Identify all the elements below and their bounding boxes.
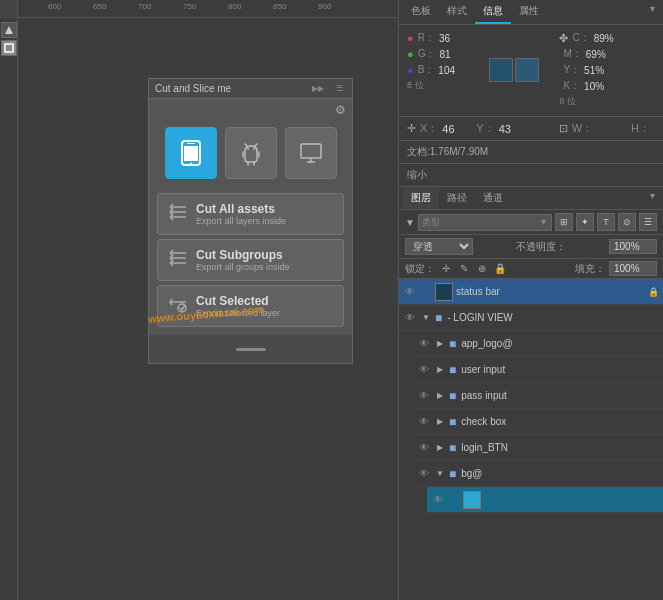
canvas-area: Cut and Slice me ▶▶ ☰ ⚙ [18, 18, 398, 600]
r-info: ● R： 36 [407, 31, 469, 45]
layer-expand-btn[interactable]: ▶ [434, 416, 446, 428]
lock-move-btn[interactable]: ⊕ [475, 262, 489, 276]
layer-visibility-btn[interactable]: 👁 [417, 389, 431, 403]
folder-icon: ■ [435, 311, 442, 325]
plugin-title: Cut and Slice me [155, 83, 231, 94]
layer-visibility-btn[interactable]: 👁 [403, 311, 417, 325]
layer-name: login_BTN [461, 442, 659, 453]
opacity-input[interactable]: 100% [609, 239, 657, 254]
cut-all-subtitle: Export all layers inside [196, 216, 286, 226]
layer-lock-icon: 🔒 [648, 287, 659, 297]
cut-subgroups-btn[interactable]: Cut Subgroups Export all groups inside [157, 239, 344, 281]
plugin-bottom [149, 335, 352, 363]
layer-item[interactable]: 👁 ▶ ■ login_BTN [413, 435, 663, 461]
scrollbar-indicator [236, 348, 266, 351]
tab-properties[interactable]: 属性 [511, 0, 547, 24]
plugin-settings-row: ⚙ [149, 99, 352, 121]
ruler-mark: 700 [138, 0, 151, 11]
layers-list: 👁 status bar 🔒 👁 ▼ ■ - LOGIN VIEW 👁 ▶ ■ … [399, 279, 663, 600]
layer-filter-bar[interactable]: 类型 ▼ [418, 214, 552, 231]
layer-tool-3[interactable]: T [597, 213, 615, 231]
b-value: 104 [438, 65, 468, 76]
tab-layers[interactable]: 图层 [403, 187, 439, 209]
layer-visibility-btn[interactable]: 👁 [417, 467, 431, 481]
settings-icon[interactable]: ⚙ [335, 103, 346, 117]
tab-color-board[interactable]: 色板 [403, 0, 439, 24]
plugin-title-bar: Cut and Slice me ▶▶ ☰ [149, 79, 352, 99]
layer-visibility-btn[interactable]: 👁 [417, 337, 431, 351]
tab-channels[interactable]: 通道 [475, 187, 511, 209]
ios-device-btn[interactable] [165, 127, 217, 179]
layer-item[interactable]: 👁 status bar 🔒 [399, 279, 663, 305]
layer-item[interactable]: 👁 ▶ ■ pass input [413, 383, 663, 409]
lock-position-btn[interactable]: ✛ [439, 262, 453, 276]
lock-draw-btn[interactable]: ✎ [457, 262, 471, 276]
svg-rect-4 [184, 146, 198, 161]
layer-expand-btn[interactable]: ▶ [434, 364, 446, 376]
layer-expand-btn[interactable] [448, 494, 460, 506]
android-device-btn[interactable] [225, 127, 277, 179]
layer-tool-4[interactable]: ⊘ [618, 213, 636, 231]
y-coord-value: 43 [499, 123, 529, 135]
info-panel-collapse[interactable]: ▼ [646, 0, 659, 24]
layers-panel-collapse[interactable]: ▼ [646, 187, 659, 209]
layer-name: check box [461, 416, 659, 427]
layer-item[interactable]: 👁 ▼ ■ - LOGIN VIEW [399, 305, 663, 331]
plugin-title-controls: ▶▶ ☰ [309, 84, 346, 93]
bit-right: 8 位 [559, 95, 613, 108]
info-tabs: 色板 样式 信息 属性 ▼ [399, 0, 663, 25]
layer-visibility-btn[interactable]: 👁 [417, 415, 431, 429]
tab-style[interactable]: 样式 [439, 0, 475, 24]
folder-icon: ■ [449, 389, 456, 403]
ruler-mark: 650 [93, 0, 106, 11]
cut-selected-btn[interactable]: Cut Selected Export selected layer [157, 285, 344, 327]
plugin-menu-btn[interactable]: ☰ [333, 84, 346, 93]
svg-line-12 [245, 144, 248, 147]
svg-point-6 [247, 148, 249, 150]
cut-all-btn[interactable]: Cut All assets Export all layers inside [157, 193, 344, 235]
c-info: ✤ C： 89% [559, 31, 613, 45]
plugin-expand-btn[interactable]: ▶▶ [309, 84, 327, 93]
layer-item[interactable]: 👁 ▶ ■ user input [413, 357, 663, 383]
layer-tool-1[interactable]: ⊞ [555, 213, 573, 231]
layer-visibility-btn[interactable]: 👁 [431, 493, 445, 507]
layer-name: - LOGIN VIEW [447, 312, 659, 323]
lock-all-btn[interactable]: 🔒 [493, 262, 507, 276]
g-info: ● G： 81 [407, 47, 469, 61]
svg-rect-3 [187, 143, 195, 144]
layer-tool-2[interactable]: ✦ [576, 213, 594, 231]
blend-mode-select[interactable]: 穿透 正常 溶解 [405, 238, 473, 255]
layer-visibility-btn[interactable]: 👁 [417, 441, 431, 455]
layer-tool-5[interactable]: ☰ [639, 213, 657, 231]
tab-paths[interactable]: 路径 [439, 187, 475, 209]
svg-marker-0 [5, 26, 13, 34]
layer-visibility-btn[interactable]: 👁 [403, 285, 417, 299]
layer-expand-btn[interactable]: ▶ [434, 442, 446, 454]
desktop-device-btn[interactable] [285, 127, 337, 179]
svg-point-5 [190, 163, 192, 165]
move-tool-btn[interactable] [1, 22, 17, 38]
device-icons-row [149, 121, 352, 189]
select-tool-btn[interactable] [1, 40, 17, 56]
layer-item[interactable]: 👁 ▼ ■ bg@ [413, 461, 663, 487]
layer-expand-btn[interactable]: ▶ [434, 338, 446, 350]
svg-rect-1 [5, 44, 13, 52]
layer-item[interactable]: 👁 ▶ ■ check box [413, 409, 663, 435]
cut-subgroups-icon [168, 248, 188, 272]
m-info: M： 69% [559, 47, 613, 61]
layer-visibility-btn[interactable]: 👁 [417, 363, 431, 377]
tab-info[interactable]: 信息 [475, 0, 511, 24]
layer-item[interactable]: 👁 ▶ ■ app_logo@ [413, 331, 663, 357]
cut-selected-text: Cut Selected Export selected layer [196, 294, 280, 318]
ruler-mark: 800 [228, 0, 241, 11]
cut-all-icon [168, 202, 188, 226]
layer-item[interactable]: 👁 [427, 487, 663, 513]
layer-expand-btn[interactable]: ▼ [420, 312, 432, 324]
layer-expand-btn[interactable] [420, 286, 432, 298]
layer-expand-btn[interactable]: ▶ [434, 390, 446, 402]
lock-label: 锁定： [405, 262, 435, 276]
cut-subgroups-title: Cut Subgroups [196, 248, 290, 262]
layers-toolbar: ▼ 类型 ▼ ⊞ ✦ T ⊘ ☰ [399, 210, 663, 235]
layer-expand-btn[interactable]: ▼ [434, 468, 446, 480]
fill-input[interactable] [609, 261, 657, 276]
